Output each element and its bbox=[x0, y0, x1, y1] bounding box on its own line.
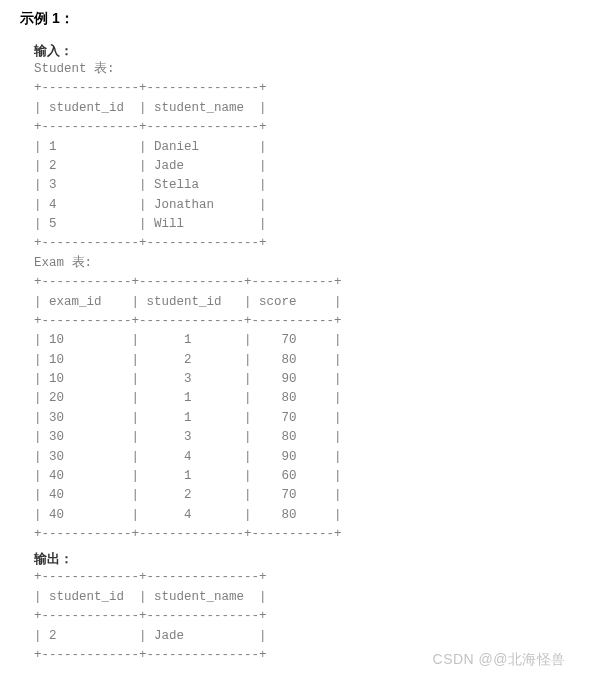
exam-table: +------------+--------------+-----------… bbox=[34, 273, 574, 544]
exam-table-name: Exam 表: bbox=[34, 254, 574, 273]
student-table-name: Student 表: bbox=[34, 60, 574, 79]
example-block: 输入： Student 表: +-------------+----------… bbox=[20, 42, 574, 665]
input-label: 输入： bbox=[34, 42, 574, 60]
example-title: 示例 1： bbox=[20, 10, 574, 28]
output-table: +-------------+---------------+ | studen… bbox=[34, 568, 574, 665]
student-table: +-------------+---------------+ | studen… bbox=[34, 79, 574, 253]
output-label: 输出： bbox=[34, 550, 574, 568]
